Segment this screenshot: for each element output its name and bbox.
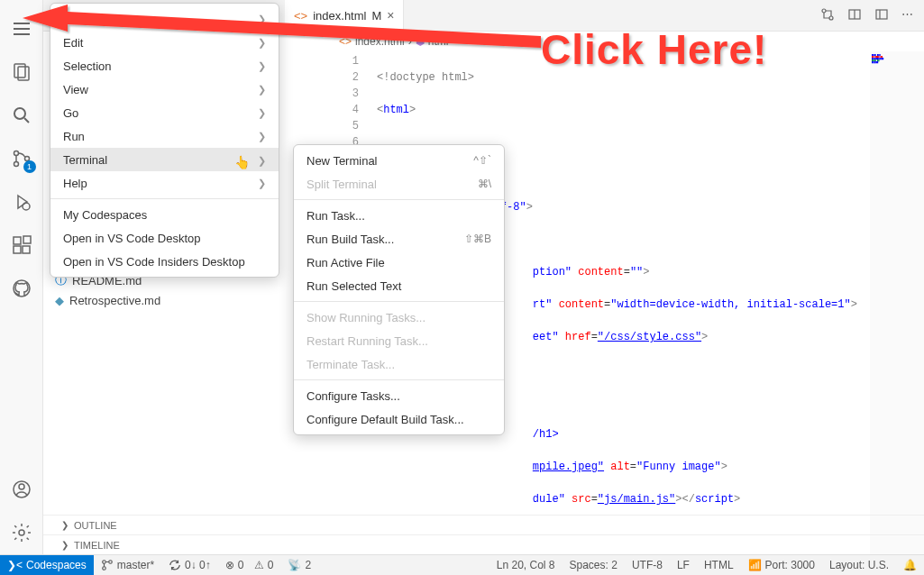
svg-point-16 (829, 16, 833, 20)
layout-icon[interactable] (874, 7, 889, 24)
menu-terminate-task: Terminate Task... (294, 352, 504, 376)
compare-icon[interactable] (820, 7, 835, 24)
encoding-status[interactable]: UTF-8 (625, 559, 670, 571)
menu-run-selected-text[interactable]: Run Selected Text (294, 274, 504, 297)
broadcast-icon: 📶 (748, 559, 762, 571)
more-actions-icon[interactable]: ⋯ (901, 7, 913, 24)
svg-rect-10 (23, 236, 31, 243)
breadcrumb-symbol[interactable]: html (428, 35, 449, 48)
svg-point-20 (102, 567, 105, 570)
extensions-icon[interactable] (0, 224, 43, 267)
menu-open-insiders[interactable]: Open in VS Code Insiders Desktop (50, 250, 279, 273)
keyboard-layout[interactable]: Layout: U.S. (822, 559, 896, 571)
menu-run-build-task[interactable]: Run Build Task...⇧⌘B (294, 227, 504, 251)
breadcrumb-file[interactable]: index.html (355, 35, 405, 48)
menu-edit[interactable]: Edit❯ (50, 31, 279, 54)
menu-go[interactable]: Go❯ (50, 101, 279, 124)
menu-view[interactable]: View❯ (50, 78, 279, 101)
html-file-icon: <> (294, 9, 307, 23)
warning-icon: ⚠ (254, 559, 264, 571)
timeline-panel-header[interactable]: ❯TIMELINE (43, 534, 924, 554)
status-bar: ❯<Codespaces master* 0↓ 0↑ ⊗0 ⚠0 📡2 Ln 2… (0, 554, 924, 575)
svg-point-15 (822, 9, 826, 13)
svg-point-19 (102, 561, 105, 564)
outline-panel-header[interactable]: ❯OUTLINE (43, 515, 924, 534)
problems-status[interactable]: ⊗0 ⚠0 (218, 559, 281, 571)
chevron-right-icon: ❯ (258, 155, 266, 166)
svg-rect-9 (23, 246, 30, 253)
editor-tab[interactable]: <> index.html M × (285, 0, 404, 32)
github-icon[interactable] (0, 267, 43, 310)
menu-separator (50, 198, 279, 199)
indentation-status[interactable]: Spaces: 2 (563, 559, 625, 571)
close-icon[interactable]: × (387, 8, 394, 23)
ports-status[interactable]: 📡2 (280, 559, 318, 571)
cursor-position[interactable]: Ln 20, Col 8 (489, 559, 563, 571)
menu-run-task[interactable]: Run Task... (294, 204, 504, 227)
menu-icon[interactable] (0, 7, 43, 50)
menu-separator (294, 199, 504, 200)
language-status[interactable]: HTML (697, 559, 741, 571)
svg-point-21 (108, 561, 112, 564)
settings-gear-icon[interactable] (0, 511, 43, 554)
element-icon: ⬢ (416, 35, 425, 48)
menu-new-terminal[interactable]: New Terminal^⇧` (294, 149, 504, 172)
svg-point-3 (14, 151, 18, 156)
tab-modified-indicator: M (371, 9, 381, 23)
menu-selection[interactable]: Selection❯ (50, 54, 279, 78)
svg-rect-8 (14, 246, 21, 253)
explorer-icon[interactable] (0, 50, 43, 94)
chevron-right-icon: ❯ (258, 131, 266, 142)
remote-icon: ❯< (7, 559, 23, 571)
cursor-icon: 👆 (234, 155, 250, 169)
menu-separator (294, 301, 504, 302)
menu-file[interactable]: File❯ (50, 7, 279, 31)
codespaces-status[interactable]: ❯<Codespaces (0, 555, 94, 576)
split-editor-icon[interactable] (847, 7, 862, 24)
chevron-right-icon: ❯ (258, 84, 266, 96)
menu-run-active-file[interactable]: Run Active File (294, 251, 504, 274)
svg-point-2 (14, 108, 25, 119)
minimap[interactable]: ████ ███ ██ ████ ██ ███████████ ████ ██ … (870, 51, 924, 554)
terminal-submenu: New Terminal^⇧` Split Terminal⌘\ Run Tas… (293, 144, 505, 435)
markdown-icon: ◆ (55, 294, 64, 307)
menu-terminal[interactable]: Terminal👆❯ (50, 148, 279, 171)
tab-filename: index.html (313, 9, 366, 23)
menu-help[interactable]: Help❯ (50, 171, 279, 195)
eol-status[interactable]: LF (670, 559, 697, 571)
notifications-icon[interactable]: 🔔 (896, 559, 924, 571)
menu-show-running-tasks: Show Running Tasks... (294, 306, 504, 329)
menu-run[interactable]: Run❯ (50, 124, 279, 148)
chevron-right-icon: ❯ (258, 178, 266, 189)
chevron-right-icon: ❯ (258, 107, 266, 119)
chevron-right-icon: ❯ (258, 14, 266, 25)
chevron-right-icon: ❯ (61, 520, 69, 530)
sync-status[interactable]: 0↓ 0↑ (161, 559, 218, 571)
svg-point-14 (19, 530, 24, 535)
branch-status[interactable]: master* (94, 559, 161, 571)
menu-my-codespaces[interactable]: My Codespaces (50, 203, 279, 226)
application-menu: File❯ Edit❯ Selection❯ View❯ Go❯ Run❯ Te… (50, 3, 279, 278)
svg-rect-7 (14, 237, 21, 244)
accounts-icon[interactable] (0, 468, 43, 511)
search-icon[interactable] (0, 94, 43, 137)
svg-point-4 (14, 162, 18, 167)
source-control-icon[interactable]: 1 (0, 137, 43, 180)
radio-icon: 📡 (288, 559, 301, 571)
scm-badge: 1 (23, 160, 36, 173)
svg-point-13 (19, 484, 24, 489)
chevron-right-icon: ❯ (258, 37, 266, 49)
menu-configure-tasks[interactable]: Configure Tasks... (294, 384, 504, 407)
run-debug-icon[interactable] (0, 180, 43, 224)
menu-configure-default-build[interactable]: Configure Default Build Task... (294, 407, 504, 431)
menu-split-terminal: Split Terminal⌘\ (294, 172, 504, 196)
menu-restart-running-task: Restart Running Task... (294, 329, 504, 352)
chevron-right-icon: ❯ (61, 540, 69, 550)
svg-rect-18 (876, 10, 887, 19)
menu-open-desktop[interactable]: Open in VS Code Desktop (50, 226, 279, 250)
file-row[interactable]: ◆ Retrospective.md (50, 290, 160, 310)
activity-bar: 1 (0, 0, 43, 554)
error-icon: ⊗ (225, 559, 234, 571)
port-forward-status[interactable]: 📶Port: 3000 (741, 559, 822, 571)
html-file-icon: <> (339, 35, 352, 48)
